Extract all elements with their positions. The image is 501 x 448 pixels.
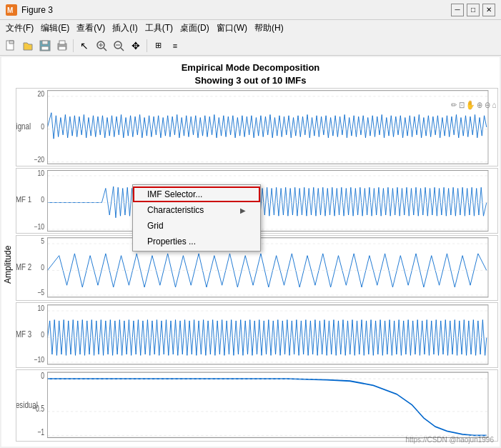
menu-file[interactable]: 文件(F) (3, 21, 36, 35)
ctx-grid[interactable]: Grid (133, 218, 260, 234)
figure-area: Empirical Mode Decomposition Showing 3 o… (1, 57, 500, 447)
menu-window[interactable]: 窗口(W) (214, 21, 250, 35)
svg-rect-8 (41, 46, 49, 50)
plot-area: Amplitude 20 0 −20 Signal (1, 87, 500, 442)
svg-line-13 (104, 48, 106, 51)
svg-text:200: 200 (91, 441, 102, 442)
svg-text:5: 5 (41, 237, 44, 245)
svg-text:1000: 1000 (285, 441, 299, 442)
svg-rect-19 (16, 89, 497, 166)
zoom-in-button[interactable] (94, 38, 109, 54)
svg-text:−1: −1 (37, 427, 44, 437)
context-menu: IMF Selector... Characteristics ▶ Grid P… (132, 184, 261, 252)
matlab-icon: M (6, 4, 17, 16)
save-file-button[interactable] (37, 38, 53, 54)
svg-text:−10: −10 (34, 355, 44, 364)
svg-text:20: 20 (37, 89, 44, 98)
subplot-residual: 0 −0.5 −1 Residual 200 400 600 800 1000 (16, 369, 498, 442)
svg-text:✏ ⊡ ✋ ⊕ ⊖ ⌂: ✏ ⊡ ✋ ⊕ ⊖ ⌂ (451, 99, 497, 110)
svg-text:M: M (7, 6, 13, 14)
svg-text:Residual: Residual (16, 399, 38, 411)
menu-tools[interactable]: 工具(T) (142, 21, 176, 35)
subplot-imf3: 10 0 −10 IMF 3 (16, 302, 498, 368)
svg-text:−10: −10 (34, 224, 44, 232)
zoom-out-button[interactable] (111, 38, 127, 54)
svg-rect-7 (42, 41, 48, 44)
pan-button[interactable]: ✥ (128, 38, 144, 54)
svg-rect-47 (16, 303, 497, 367)
submenu-arrow-icon: ▶ (240, 206, 246, 214)
figure-title: Empirical Mode Decomposition Showing 3 o… (1, 57, 500, 87)
svg-text:0: 0 (41, 122, 44, 131)
svg-text:−20: −20 (34, 155, 44, 164)
svg-text:800: 800 (238, 441, 249, 442)
svg-text:0: 0 (41, 331, 44, 339)
subplot-signal: 20 0 −20 Signal ✏ ⊡ ✋ ⊕ ⊖ ⌂ (16, 88, 498, 166)
svg-text:0: 0 (41, 196, 44, 204)
cursor-button[interactable]: ↖ (76, 38, 92, 54)
plots-container: 20 0 −20 Signal ✏ ⊡ ✋ ⊕ ⊖ ⌂ (14, 87, 500, 442)
svg-marker-5 (9, 41, 14, 44)
svg-text:IMF 1: IMF 1 (16, 195, 31, 204)
ctx-imf-selector[interactable]: IMF Selector... (133, 186, 260, 202)
menu-help[interactable]: 帮助(H) (252, 21, 287, 35)
new-file-button[interactable] (3, 38, 19, 54)
svg-text:1200: 1200 (334, 441, 347, 442)
window-title: Figure 3 (21, 5, 53, 15)
menu-bar: 文件(F) 编辑(E) 查看(V) 插入(I) 工具(T) 桌面(D) 窗口(W… (0, 20, 501, 36)
svg-text:10: 10 (37, 304, 44, 312)
svg-line-17 (121, 48, 124, 51)
svg-text:400: 400 (140, 441, 151, 442)
data-cursor-button[interactable]: ⊞ (150, 38, 166, 54)
svg-text:Signal: Signal (16, 121, 31, 131)
svg-text:1400: 1400 (382, 441, 396, 442)
minimize-button[interactable]: ─ (451, 4, 464, 16)
svg-text:0: 0 (41, 371, 44, 381)
svg-text:600: 600 (189, 441, 199, 442)
y-axis-label: Amplitude (1, 87, 14, 442)
svg-rect-56 (16, 370, 497, 441)
close-button[interactable]: ✕ (482, 4, 495, 16)
print-button[interactable] (54, 38, 70, 54)
insert-legend-button[interactable]: ≡ (167, 38, 183, 54)
open-file-button[interactable] (20, 38, 36, 54)
menu-view[interactable]: 查看(V) (74, 21, 108, 35)
svg-text:10: 10 (37, 170, 44, 178)
title-bar: M Figure 3 ─ □ ✕ (0, 0, 501, 20)
menu-insert[interactable]: 插入(I) (109, 21, 140, 35)
ctx-characteristics[interactable]: Characteristics ▶ (133, 202, 260, 218)
menu-edit[interactable]: 编辑(E) (38, 21, 72, 35)
svg-rect-10 (59, 41, 65, 44)
watermark: https://CSDN @haojun1996 (405, 436, 494, 444)
toolbar: ↖ ✥ ⊞ ≡ (0, 36, 501, 56)
svg-text:−5: −5 (37, 288, 44, 297)
maximize-button[interactable]: □ (467, 4, 480, 16)
menu-desktop[interactable]: 桌面(D) (177, 21, 212, 35)
svg-rect-11 (59, 46, 66, 50)
svg-text:IMF 3: IMF 3 (16, 330, 31, 339)
svg-text:IMF 2: IMF 2 (16, 263, 31, 272)
svg-text:0: 0 (41, 264, 44, 272)
ctx-properties[interactable]: Properties ... (133, 234, 260, 249)
